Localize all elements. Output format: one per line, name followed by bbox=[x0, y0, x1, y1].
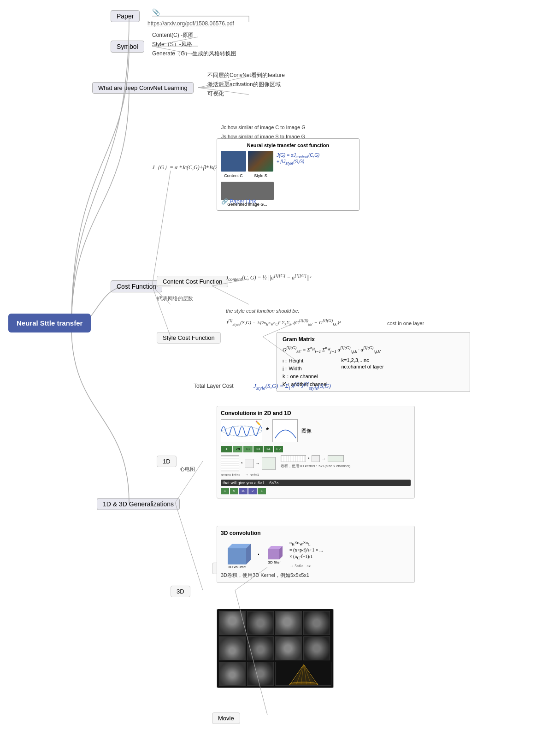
svg-point-32 bbox=[289, 682, 318, 686]
svg-line-17 bbox=[175, 503, 203, 590]
mind-map: Neural Sttle transfer Paper 📎 https://ar… bbox=[0, 0, 560, 742]
2d-conv: * → n×n×c f×f×c → n×f×1 bbox=[221, 455, 276, 477]
jg-formula: J（G）= α *Jc(C,G)+β*Js(S,G) bbox=[152, 164, 225, 172]
paper-link-cost[interactable]: 🔗 Paper Link bbox=[221, 198, 256, 205]
1d-star: * bbox=[308, 457, 310, 461]
ct-9 bbox=[219, 662, 246, 686]
l-note: l代表网络的层数 bbox=[157, 295, 193, 302]
paper-link[interactable]: https://arxiv.org/pdf/1508.06576.pdf bbox=[147, 20, 234, 27]
ct-6 bbox=[247, 636, 274, 660]
style-s-label: Style S bbox=[248, 173, 273, 178]
symbol-item-1: Style（S）-风格 bbox=[152, 41, 192, 48]
movie-branch: Movie bbox=[212, 712, 240, 724]
content-cost-branch: Content Cost Function bbox=[157, 276, 228, 287]
index-bars-1: 1 2d 11 13 14 1 7 bbox=[221, 446, 411, 452]
ct-special bbox=[275, 662, 331, 686]
conv-title: Convolutions in 2D and 1D bbox=[221, 410, 411, 416]
3d-multiply: · bbox=[258, 551, 259, 558]
2d-arrow: → bbox=[256, 461, 260, 466]
3d-note: 3D卷积，使用3D Kernel，例如5x5x5x1 bbox=[221, 572, 411, 579]
1d-branch: 1D bbox=[157, 456, 177, 467]
3d-branch: 3D bbox=[171, 586, 190, 597]
1d-note: 卷积，使用1D kernel：5x1(size x channel) bbox=[281, 463, 354, 469]
generalization-branch: 1D & 3D Generalizations bbox=[97, 498, 180, 510]
what-are-branch: What are deep ConvNet Learning bbox=[92, 82, 194, 94]
jc-desc: Jc:how similar of image C to Image G bbox=[221, 125, 306, 130]
paper-link-icon: 🔗 bbox=[221, 198, 228, 205]
conv-diagrams: * → n×n×c f×f×c → n×f×1 * → bbox=[221, 455, 411, 477]
special-visual bbox=[276, 662, 331, 686]
root-node: Neural Sttle transfer bbox=[8, 314, 91, 332]
ct-1 bbox=[219, 611, 246, 635]
3d-volume-label: 3D volume bbox=[221, 565, 253, 569]
2d-output bbox=[262, 457, 276, 470]
conv-3d-box: 3D convolution 3D volume · bbox=[217, 526, 415, 583]
bar-4: 13 bbox=[253, 446, 263, 452]
image-label: 图像 bbox=[301, 427, 312, 434]
gram-krange: k=1,2,3,...nc bbox=[342, 357, 384, 363]
gram-i: i：Height bbox=[283, 357, 328, 364]
content-c-label: Content C bbox=[221, 173, 246, 178]
ct-2 bbox=[247, 611, 274, 635]
content-cost-formula: Jcontent(C, G) = ½ ||a[l][C] − a[l][G]||… bbox=[226, 273, 311, 282]
ct-row-3 bbox=[219, 662, 331, 686]
svg-marker-27 bbox=[292, 665, 316, 684]
edit-icon: ✏️ bbox=[255, 421, 261, 426]
total-layer-label: Total Layer Cost bbox=[194, 383, 234, 389]
cost-formula-display: J(G) = αJcontent(C,G)+ βJstyle(S,G) bbox=[277, 151, 355, 166]
gram-formula: G[l](G)kk' = ΣnHi=1 ΣnWj=1 a[l](G)i,j,k … bbox=[283, 345, 464, 354]
gram-title: Gram Matrix bbox=[283, 336, 464, 343]
ecg-label: 心电图 bbox=[180, 466, 195, 473]
1d-arrow: → bbox=[322, 457, 326, 461]
multiply-symbol: * bbox=[266, 427, 269, 435]
style-image bbox=[248, 151, 273, 172]
waveform-display: ✏️ bbox=[221, 419, 262, 442]
ct-10 bbox=[247, 662, 274, 686]
2d-filter bbox=[245, 459, 254, 468]
1d-conv: * → 卷积，使用1D kernel：5x1(size x channel) bbox=[281, 455, 354, 469]
symbol-branch: Symbol bbox=[111, 41, 144, 53]
gram-nc: nc:channel of layer bbox=[342, 364, 384, 369]
style-cost-note: the style cost function should be: bbox=[226, 308, 300, 314]
content-image bbox=[221, 151, 246, 172]
1d-filter bbox=[312, 455, 320, 462]
bar-3: 11 bbox=[243, 446, 253, 452]
3d-filter-label: 3D filter bbox=[264, 560, 285, 564]
3d-formula: nH×nW×nC = (n+p-f)/s+1 × ... × (nC-f+1)/… bbox=[289, 540, 323, 569]
kernel-svg bbox=[273, 420, 298, 443]
3d-conv-title: 3D convolution bbox=[221, 530, 411, 536]
cost-function-branch: Cost Function bbox=[111, 280, 162, 292]
2d-input bbox=[221, 455, 239, 471]
cost-function-label: Cost Function bbox=[117, 283, 156, 290]
generalization-label: 1D & 3D Generalizations bbox=[103, 500, 174, 508]
ct-3 bbox=[275, 611, 302, 635]
2d-star: * bbox=[241, 461, 243, 466]
bar-1: 1 bbox=[221, 446, 232, 452]
symbol-label: Symbol bbox=[117, 43, 138, 50]
paper-label: Paper bbox=[117, 12, 134, 20]
ct-row-2 bbox=[219, 636, 331, 660]
neural-cost-title: Neural style transfer cost function bbox=[221, 142, 355, 148]
j-style-formula: J[l]style(S,G) = 1/(2nHnWnC)² ΣkΣk' (G[l… bbox=[226, 318, 341, 326]
svg-line-8 bbox=[152, 171, 171, 286]
svg-line-11 bbox=[152, 286, 171, 337]
what-item-1: 激活后层activation的图像区域 bbox=[207, 81, 281, 89]
what-item-0: 不同层的ConvNet看到的feature bbox=[207, 71, 285, 79]
symbol-item-0: Content(C) -原图 bbox=[152, 31, 194, 39]
conv-1d-2d-box: Convolutions in 2D and 1D ✏️ * 图像 bbox=[217, 406, 415, 499]
generated-image bbox=[221, 182, 274, 200]
3d-cube: 3D volume bbox=[221, 539, 253, 569]
ct-8 bbox=[303, 636, 330, 660]
cost-one-layer: cost in one layer bbox=[387, 321, 424, 326]
index-bars-2: 1 9 10 2 1 bbox=[221, 488, 411, 494]
bottom-note: that will give you a 6×1... 6×7×... bbox=[221, 480, 411, 486]
1d-output bbox=[328, 455, 344, 462]
total-layer-formula: Jstyle(S,G) = Σl λ[l] J[l]style(S,G) bbox=[253, 381, 331, 391]
ct-row-1 bbox=[219, 611, 331, 635]
ct-images-box bbox=[217, 609, 334, 688]
what-are-label: What are deep ConvNet Learning bbox=[98, 84, 188, 91]
what-item-2: 可视化 bbox=[207, 90, 224, 98]
paper-branch: Paper bbox=[111, 10, 140, 22]
gram-j: j：Width bbox=[283, 365, 328, 372]
svg-line-13 bbox=[212, 286, 249, 304]
